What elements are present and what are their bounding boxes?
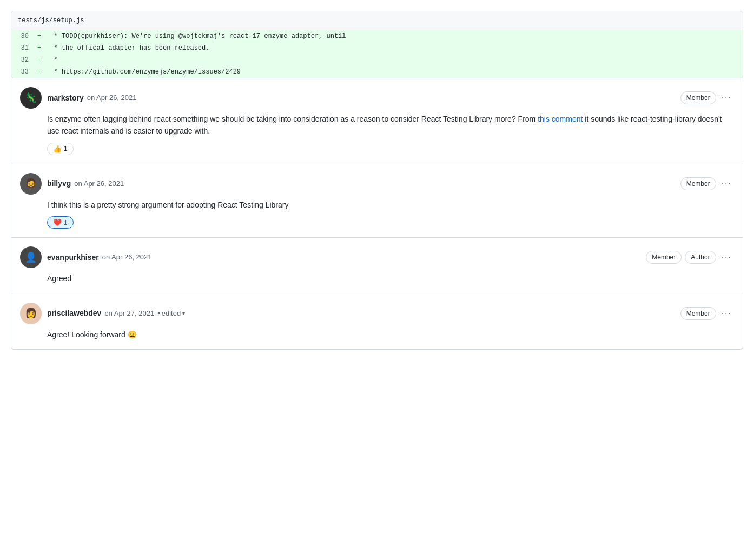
avatar: 🦎: [20, 87, 42, 109]
line-number: 30: [11, 30, 33, 42]
comment-meta: markstory on Apr 26, 2021: [47, 92, 137, 104]
comment-block: 🧔 billyvg on Apr 26, 2021 Member ··· I t…: [11, 164, 743, 238]
comment-header-right: Member ···: [680, 90, 734, 105]
line-number: 32: [11, 54, 33, 66]
comment-header: 🧔 billyvg on Apr 26, 2021 Member ···: [20, 173, 734, 195]
comment-header-right: Member ···: [680, 176, 734, 191]
author-badge: Author: [685, 251, 716, 264]
comment-text: I think this is a pretty strong argument…: [47, 199, 734, 211]
reaction-button[interactable]: 👍 1: [47, 143, 74, 155]
comment-date: on Apr 27, 2021: [104, 308, 154, 319]
member-badge: Member: [680, 91, 716, 104]
comment-date: on Apr 26, 2021: [102, 252, 152, 263]
reaction-button[interactable]: ❤️ 1: [47, 216, 74, 229]
comment-author[interactable]: evanpurkhiser: [47, 252, 99, 263]
comment-block: 👩 priscilawebdev on Apr 27, 2021 • edite…: [11, 294, 743, 349]
comment-text: Is enzyme often lagging behind react som…: [47, 113, 734, 137]
diff-file: tests/js/setup.js 30 + * TODO(epurkhiser…: [11, 11, 743, 78]
diff-sign: +: [33, 30, 45, 42]
comment-meta: billyvg on Apr 26, 2021: [47, 178, 124, 189]
comment-header-left: 🧔 billyvg on Apr 26, 2021: [20, 173, 124, 195]
diff-code: * https://github.com/enzymejs/enzyme/iss…: [45, 66, 743, 78]
comment-header-left: 👩 priscilawebdev on Apr 27, 2021 • edite…: [20, 303, 185, 324]
reaction-count: 1: [64, 145, 68, 152]
reaction-emoji: ❤️: [53, 218, 62, 226]
reaction-count: 1: [64, 219, 68, 226]
member-badge: Member: [646, 251, 682, 264]
diff-line: 32 + *: [11, 54, 743, 66]
diff-code: * the offical adapter has been released.: [45, 42, 743, 54]
diff-sign: +: [33, 54, 45, 66]
comment-author[interactable]: billyvg: [47, 178, 71, 189]
comment-body: I think this is a pretty strong argument…: [47, 199, 734, 211]
comment-text: Agreed: [47, 272, 734, 284]
diff-table: 30 + * TODO(epurkhiser): We're using @wo…: [11, 30, 743, 78]
more-options-button[interactable]: ···: [719, 90, 734, 105]
comment-link[interactable]: this comment: [538, 115, 583, 123]
diff-line: 31 + * the offical adapter has been rele…: [11, 42, 743, 54]
comment-header-right: Member ···: [680, 306, 734, 321]
line-number: 33: [11, 66, 33, 78]
more-options-button[interactable]: ···: [719, 306, 734, 321]
more-options-button[interactable]: ···: [719, 250, 734, 265]
comment-meta: evanpurkhiser on Apr 26, 2021: [47, 252, 152, 263]
comment-block: 👤 evanpurkhiser on Apr 26, 2021 MemberAu…: [11, 238, 743, 294]
comment-header: 👩 priscilawebdev on Apr 27, 2021 • edite…: [20, 303, 734, 324]
comment-body: Agreed: [47, 272, 734, 284]
more-options-button[interactable]: ···: [719, 176, 734, 191]
reactions-bar: ❤️ 1: [47, 216, 734, 229]
comment-author[interactable]: priscilawebdev: [47, 308, 101, 319]
edited-label: edited: [162, 308, 181, 319]
comment-meta: priscilawebdev on Apr 27, 2021 • edited …: [47, 308, 185, 319]
reaction-emoji: 👍: [53, 145, 62, 153]
comments-section: 🦎 markstory on Apr 26, 2021 Member ··· I…: [11, 78, 743, 350]
comment-header: 👤 evanpurkhiser on Apr 26, 2021 MemberAu…: [20, 246, 734, 268]
diff-line: 33 + * https://github.com/enzymejs/enzym…: [11, 66, 743, 78]
comment-block: 🦎 markstory on Apr 26, 2021 Member ··· I…: [11, 78, 743, 164]
chevron-down-icon: ▾: [182, 309, 185, 317]
comment-body: Agree! Looking forward 😀: [47, 329, 734, 341]
edited-indicator[interactable]: • edited ▾: [157, 308, 185, 319]
comment-header-left: 🦎 markstory on Apr 26, 2021: [20, 87, 137, 109]
avatar: 👤: [20, 246, 42, 268]
comment-author[interactable]: markstory: [47, 92, 84, 104]
avatar: 🧔: [20, 173, 42, 195]
avatar: 👩: [20, 303, 42, 324]
comment-header-right: MemberAuthor ···: [646, 250, 734, 265]
comment-body: Is enzyme often lagging behind react som…: [47, 113, 734, 137]
member-badge: Member: [680, 307, 716, 320]
line-number: 31: [11, 42, 33, 54]
comment-date: on Apr 26, 2021: [74, 178, 124, 189]
diff-code: *: [45, 54, 743, 66]
reactions-bar: 👍 1: [47, 143, 734, 155]
comment-text: Agree! Looking forward 😀: [47, 329, 734, 341]
diff-filename: tests/js/setup.js: [11, 11, 743, 30]
member-badge: Member: [680, 177, 716, 190]
diff-sign: +: [33, 66, 45, 78]
comment-header: 🦎 markstory on Apr 26, 2021 Member ···: [20, 87, 734, 109]
comment-date: on Apr 26, 2021: [87, 92, 137, 103]
diff-line: 30 + * TODO(epurkhiser): We're using @wo…: [11, 30, 743, 42]
comment-header-left: 👤 evanpurkhiser on Apr 26, 2021: [20, 246, 152, 268]
diff-code: * TODO(epurkhiser): We're using @wojtekm…: [45, 30, 743, 42]
diff-sign: +: [33, 42, 45, 54]
